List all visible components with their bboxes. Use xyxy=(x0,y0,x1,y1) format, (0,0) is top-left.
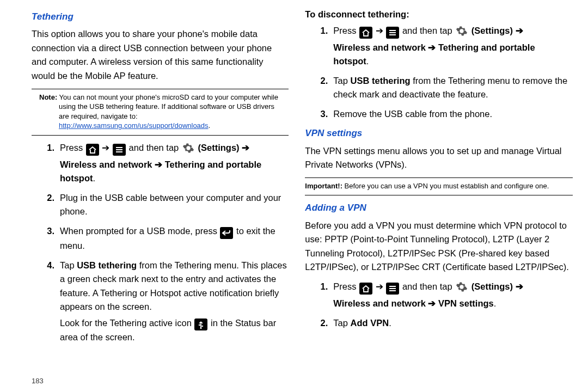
left-column: Tethering This option allows you to shar… xyxy=(32,7,289,350)
av-step-1: Press ➔ and then tap (Settings) ➔ xyxy=(333,280,573,311)
tethering-intro: This option allows you to share your pho… xyxy=(32,27,289,83)
note-box-tethering: Note: You can not mount your phone's mic… xyxy=(32,89,289,136)
back-icon xyxy=(220,227,233,239)
svg-rect-3 xyxy=(202,326,203,327)
home-icon xyxy=(359,27,372,39)
note-label: Note: xyxy=(39,93,57,101)
heading-tethering: Tethering xyxy=(32,10,289,24)
d-step-3: Remove the USB cable from the phone. xyxy=(333,107,573,121)
step-num: 2. xyxy=(316,316,328,330)
d-step-1: Press ➔ and then tap (Settings) ➔ xyxy=(333,24,573,69)
svg-point-4 xyxy=(461,29,463,32)
add-vpn-intro: Before you add a VPN you must determine … xyxy=(305,219,573,274)
step-2: Plug in the USB cable between your compu… xyxy=(60,191,289,219)
svg-point-1 xyxy=(200,327,202,329)
menu-icon xyxy=(113,144,126,156)
av-step-2: Tap Add VPN. xyxy=(333,316,573,330)
gear-icon xyxy=(182,142,195,155)
step-3: When prompted for a USB mode, press to e… xyxy=(60,224,289,253)
heading-add-vpn: Adding a VPN xyxy=(305,201,573,215)
step-1: Press ➔ and then tap (Settings) ➔ xyxy=(60,141,289,186)
gear-icon xyxy=(455,24,468,38)
gear-icon xyxy=(455,280,468,293)
svg-point-2 xyxy=(199,324,200,326)
right-column: To disconnect tethering: 1. Press ➔ and … xyxy=(305,7,573,350)
add-vpn-steps: 1. Press ➔ and then tap (Settings) xyxy=(316,280,573,330)
menu-icon xyxy=(386,27,399,39)
step-num: 3. xyxy=(42,224,54,238)
heading-disconnect: To disconnect tethering: xyxy=(305,8,573,22)
heading-vpn: VPN settings xyxy=(305,126,573,140)
d-step-2: Tap USB tethering from the Tethering men… xyxy=(333,74,573,102)
menu-icon xyxy=(386,283,399,295)
step-4: Tap USB tethering from the Tethering men… xyxy=(60,259,289,345)
step-num: 4. xyxy=(42,259,54,273)
note-period: . xyxy=(209,121,211,130)
page-body: Tethering This option allows you to shar… xyxy=(0,0,588,350)
usb-icon xyxy=(194,318,207,330)
vpn-intro: The VPN settings menu allows you to set … xyxy=(305,144,573,172)
step-num: 2. xyxy=(316,74,328,88)
disconnect-steps: 1. Press ➔ and then tap (Settings) xyxy=(316,24,573,121)
step-num: 1. xyxy=(316,24,328,38)
step-num: 2. xyxy=(42,191,54,205)
step-num: 3. xyxy=(316,107,328,121)
note-box-vpn: Important!: Before you can use a VPN you… xyxy=(305,177,573,196)
note-text: You can not mount your phone's microSD c… xyxy=(59,93,278,120)
tethering-steps: 1. Press ➔ and then tap (Settings) xyxy=(42,141,289,345)
step-num: 1. xyxy=(316,280,328,294)
note-link[interactable]: http://www.samsung.com/us/support/downlo… xyxy=(59,121,209,130)
svg-point-0 xyxy=(187,146,190,149)
page-number: 183 xyxy=(32,376,44,387)
home-icon xyxy=(86,144,99,156)
step-num: 1. xyxy=(42,141,54,155)
home-icon xyxy=(359,283,372,295)
svg-point-5 xyxy=(461,286,463,289)
